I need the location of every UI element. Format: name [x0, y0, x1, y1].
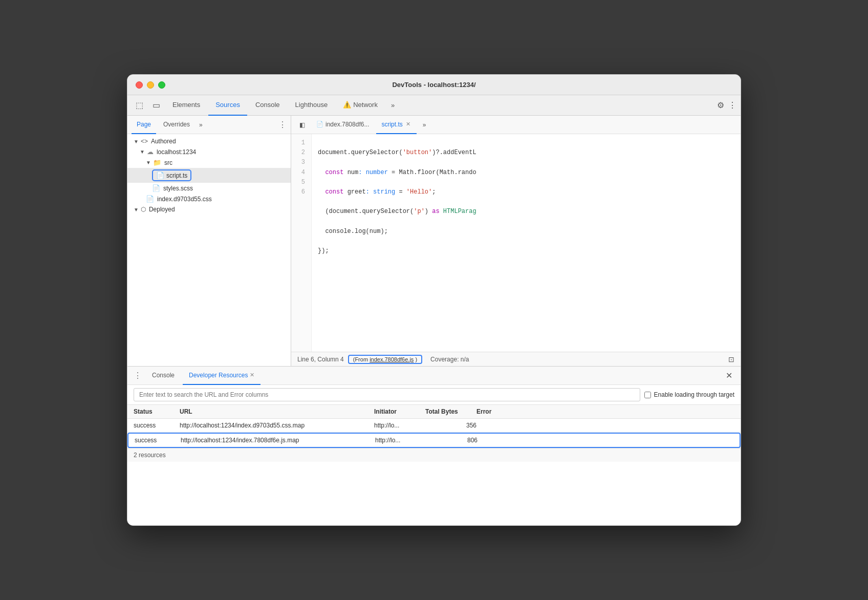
cube-icon: ⬡	[141, 206, 146, 213]
src-folder[interactable]: ▼ 📁 src	[127, 157, 291, 168]
settings-icon[interactable]: ⚙	[717, 100, 724, 110]
cell-status-0: success	[134, 421, 180, 430]
panel-dots-icon[interactable]: ⋮	[278, 120, 287, 130]
host-item[interactable]: ▼ ☁ localhost:1234	[127, 146, 291, 157]
window-title: DevTools - localhost:1234/	[392, 81, 475, 89]
file-styles-scss[interactable]: 📄 styles.scss	[127, 183, 291, 194]
table-row[interactable]: success http://localhost:1234/index.d970…	[127, 419, 741, 433]
tab-sources[interactable]: Sources	[208, 95, 247, 116]
cell-error-0	[476, 424, 517, 426]
resources-count: 2 resources	[127, 448, 741, 462]
enable-loading-checkbox[interactable]	[644, 392, 651, 398]
traffic-lights	[136, 81, 165, 89]
panel-tabs: Page Overrides » ⋮	[127, 116, 291, 134]
from-info: (From index.7808df6e.js )	[348, 355, 422, 364]
device-icon[interactable]: ▭	[148, 97, 164, 113]
tab-console[interactable]: Console	[248, 95, 287, 116]
tab-lighthouse[interactable]: Lighthouse	[288, 95, 335, 116]
col-status: Status	[134, 407, 180, 416]
enable-loading-option: Enable loading through target	[644, 391, 734, 398]
file-icon: 📄	[152, 184, 160, 192]
tab-elements[interactable]: Elements	[165, 95, 207, 116]
arrow-icon: ▼	[140, 149, 145, 155]
status-bar: Line 6, Column 4 (From index.7808df6e.js…	[291, 352, 741, 366]
code-icon: <>	[141, 138, 148, 145]
table-header: Status URL Initiator Total Bytes Error	[127, 405, 741, 419]
tab-network[interactable]: ⚠️ Network	[336, 95, 385, 116]
tab-page[interactable]: Page	[132, 116, 156, 134]
left-panel: Page Overrides » ⋮ ▼ <> Authored ▼ ☁	[127, 116, 291, 366]
folder-icon: 📁	[153, 159, 161, 166]
bottom-panel: ⋮ Console Developer Resources ✕ ✕ Enable…	[127, 367, 741, 525]
close-bottom-panel-icon[interactable]: ✕	[722, 369, 736, 382]
source-file-link[interactable]: index.7808df6e.js	[370, 356, 414, 362]
toolbar-right-icons: ⚙ ⋮	[717, 100, 736, 110]
file-script-ts[interactable]: 📄 script.ts	[127, 168, 291, 183]
coverage-info: Coverage: n/a	[430, 356, 469, 363]
cell-bytes-0: 356	[425, 421, 476, 430]
panel-tab-more[interactable]: »	[197, 119, 205, 131]
cell-initiator-1: http://lo...	[375, 436, 426, 445]
cloud-icon: ☁	[147, 148, 154, 156]
cell-initiator-0: http://lo...	[374, 421, 425, 430]
arrow-icon: ▼	[134, 207, 139, 212]
editor-tab-more[interactable]: »	[421, 119, 428, 131]
file-index-css[interactable]: 📄 index.d9703d55.css	[127, 194, 291, 204]
col-error: Error	[476, 407, 517, 416]
enable-loading-label: Enable loading through target	[654, 391, 734, 398]
file-tree: ▼ <> Authored ▼ ☁ localhost:1234 ▼ 📁 src	[127, 134, 291, 366]
close-button[interactable]	[136, 81, 143, 89]
right-panel: ◧ 📄 index.7808df6... script.ts ✕ » 1 2 3…	[291, 116, 741, 366]
table-row[interactable]: success http://localhost:1234/index.7808…	[127, 433, 741, 448]
inspector-icon[interactable]: ⬚	[132, 97, 147, 113]
cell-error-1	[478, 439, 518, 441]
editor-panel-toggle[interactable]: ◧	[295, 119, 309, 131]
cursor-position: Line 6, Column 4	[297, 356, 344, 363]
cell-url-1: http://localhost:1234/index.7808df6e.js.…	[181, 436, 375, 445]
tab-console-bottom[interactable]: Console	[146, 367, 181, 385]
file-icon: 📄	[146, 195, 154, 203]
fullscreen-button[interactable]	[158, 81, 165, 89]
bottom-dots-icon[interactable]: ⋮	[132, 369, 144, 382]
file-icon: 📄	[316, 121, 323, 127]
search-bar: Enable loading through target	[127, 385, 741, 405]
col-bytes: Total Bytes	[425, 407, 476, 416]
tab-developer-resources[interactable]: Developer Resources ✕	[183, 367, 261, 385]
close-dev-resources-icon[interactable]: ✕	[250, 372, 254, 378]
tab-index-js[interactable]: 📄 index.7808df6...	[311, 116, 374, 134]
warning-icon: ⚠️	[343, 101, 351, 109]
more-tabs-button[interactable]: »	[387, 98, 399, 112]
ts-file-icon: 📄	[156, 172, 164, 179]
main-content: Page Overrides » ⋮ ▼ <> Authored ▼ ☁	[127, 116, 741, 367]
deployed-section[interactable]: ▼ ⬡ Deployed	[127, 204, 291, 215]
tab-script-ts[interactable]: script.ts ✕	[376, 116, 416, 134]
cell-bytes-1: 806	[426, 436, 478, 445]
devtools-window: DevTools - localhost:1234/ ⬚ ▭ Elements …	[127, 74, 741, 526]
bottom-tabs: ⋮ Console Developer Resources ✕ ✕	[127, 367, 741, 385]
arrow-icon: ▼	[134, 139, 139, 144]
col-initiator: Initiator	[374, 407, 425, 416]
format-icon[interactable]: ⊡	[728, 355, 734, 363]
code-editor[interactable]: 1 2 3 4 5 6 document.querySelector('butt…	[291, 134, 741, 352]
authored-section[interactable]: ▼ <> Authored	[127, 136, 291, 146]
col-url: URL	[180, 407, 374, 416]
minimize-button[interactable]	[147, 81, 154, 89]
search-input[interactable]	[134, 388, 640, 401]
code-content: document.querySelector('button')?.addEve…	[312, 134, 741, 352]
close-tab-icon[interactable]: ✕	[405, 120, 411, 128]
cell-url-0: http://localhost:1234/index.d9703d55.css…	[180, 421, 374, 430]
devtools-toolbar: ⬚ ▭ Elements Sources Console Lighthouse …	[127, 95, 741, 116]
editor-tabs: ◧ 📄 index.7808df6... script.ts ✕ »	[291, 116, 741, 134]
line-numbers: 1 2 3 4 5 6	[291, 134, 312, 352]
tab-overrides[interactable]: Overrides	[158, 116, 195, 134]
titlebar: DevTools - localhost:1234/	[127, 75, 741, 95]
cell-status-1: success	[135, 436, 181, 445]
more-options-icon[interactable]: ⋮	[728, 100, 736, 110]
arrow-icon: ▼	[146, 160, 151, 165]
